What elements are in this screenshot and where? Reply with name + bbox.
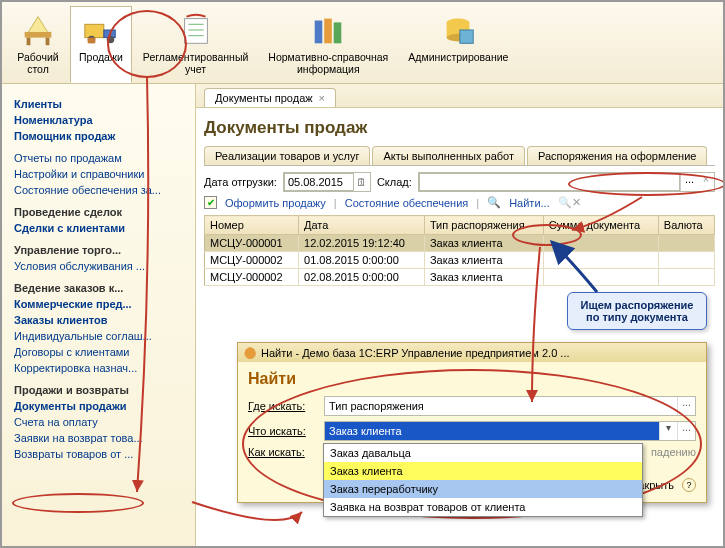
table-row[interactable]: МСЦУ-00000202.08.2015 0:00:00Заказ клиен… <box>205 269 715 286</box>
what-dropdown[interactable]: Заказ давальца Заказ клиента Заказ перер… <box>323 443 643 517</box>
navigation-sidebar: КлиентыНоменклатураПомощник продаж Отчет… <box>2 84 196 546</box>
col-type[interactable]: Тип распоряжения <box>424 216 543 235</box>
tab-documents[interactable]: Документы продаж × <box>204 88 336 107</box>
date-input[interactable]: 🗓 <box>283 172 371 192</box>
checkbox-order[interactable]: ✔ <box>204 196 217 209</box>
dialog-titlebar[interactable]: ⬤ Найти - Демо база 1C:ERP Управление пр… <box>238 343 706 362</box>
magnifier-icon: 🔍 <box>487 196 501 209</box>
calendar-icon[interactable]: 🗓 <box>354 176 370 188</box>
dropdown-option[interactable]: Заказ переработчику <box>324 480 642 498</box>
sidebar-item[interactable]: Помощник продаж <box>10 128 195 144</box>
clear-search-icon[interactable]: 🔍✕ <box>558 196 581 209</box>
col-date[interactable]: Дата <box>299 216 425 235</box>
svg-rect-18 <box>460 30 473 43</box>
sidebar-item[interactable]: Условия обслуживания ... <box>10 258 195 274</box>
actions-row: ✔ Оформить продажу | Состояние обеспечен… <box>204 196 715 209</box>
help-icon[interactable]: ? <box>682 478 696 492</box>
toolbar-label: Продажи <box>79 51 123 63</box>
toolbar-admin[interactable]: Администрирование <box>399 6 517 83</box>
action-state[interactable]: Состояние обеспечения <box>345 197 469 209</box>
documents-grid[interactable]: Номер Дата Тип распоряжения Сумма докуме… <box>204 215 715 286</box>
close-icon[interactable]: × <box>319 92 325 104</box>
what-field[interactable] <box>325 422 659 440</box>
itab-acts[interactable]: Акты выполненных работ <box>372 146 525 165</box>
where-label: Где искать: <box>248 400 318 412</box>
what-combo[interactable]: ▾ ... <box>324 421 696 441</box>
main-toolbar: Рабочийстол Продажи Регламентированныйуч… <box>2 2 723 84</box>
desk-icon <box>19 11 57 49</box>
action-order[interactable]: Оформить продажу <box>225 197 326 209</box>
toolbar-label: Администрирование <box>408 51 508 63</box>
toolbar-desktop[interactable]: Рабочийстол <box>8 6 68 83</box>
itab-orders[interactable]: Распоряжения на оформление <box>527 146 707 165</box>
sidebar-item[interactable]: Договоры с клиентами <box>10 344 195 360</box>
admin-icon <box>439 11 477 49</box>
toolbar-label: Нормативно-справочнаяинформация <box>268 51 388 75</box>
sidebar-item[interactable]: Заявки на возврат това... <box>10 430 195 446</box>
toolbar-sales[interactable]: Продажи <box>70 6 132 83</box>
lookup-icon[interactable]: ... <box>677 422 695 440</box>
action-find[interactable]: Найти... <box>509 197 550 209</box>
svg-rect-1 <box>27 38 31 46</box>
clear-icon[interactable]: × <box>698 173 714 191</box>
date-label: Дата отгрузки: <box>204 176 277 188</box>
sidebar-item[interactable]: Сделки с клиентами <box>10 220 195 236</box>
toolbar-label: Рабочийстол <box>17 51 58 75</box>
col-currency[interactable]: Валюта <box>658 216 714 235</box>
sidebar-item[interactable]: Заказы клиентов <box>10 312 195 328</box>
svg-rect-13 <box>325 19 333 44</box>
sidebar-group[interactable]: Продажи и возвраты <box>10 382 195 398</box>
svg-rect-3 <box>85 24 104 37</box>
sidebar-item[interactable]: Номенклатура <box>10 112 195 128</box>
dialog-title: Найти - Демо база 1C:ERP Управление пред… <box>261 347 570 359</box>
where-field[interactable] <box>325 397 677 415</box>
inner-tabs: Реализации товаров и услуг Акты выполнен… <box>204 146 715 166</box>
warehouse-field[interactable] <box>419 173 680 191</box>
what-label: Что искать: <box>248 425 318 437</box>
date-field[interactable] <box>284 173 354 191</box>
sidebar-item[interactable]: Отчеты по продажам <box>10 150 195 166</box>
warehouse-input[interactable]: ... × <box>418 172 715 192</box>
col-sum[interactable]: Сумма документа <box>543 216 658 235</box>
svg-rect-7 <box>88 38 96 44</box>
sidebar-item-documents[interactable]: Документы продажи <box>10 398 195 414</box>
toolbar-accounting[interactable]: Регламентированныйучет <box>134 6 257 83</box>
lookup-icon[interactable]: ... <box>677 397 695 415</box>
col-number[interactable]: Номер <box>205 216 299 235</box>
dropdown-option[interactable]: Заявка на возврат товаров от клиента <box>324 498 642 516</box>
books-icon <box>309 11 347 49</box>
table-row[interactable]: МСЦУ-00000112.02.2015 19:12:40Заказ клие… <box>205 235 715 252</box>
page-title: Документы продаж <box>204 118 715 138</box>
how-tail: падению <box>651 446 696 458</box>
svg-rect-2 <box>46 38 50 46</box>
sidebar-item[interactable]: Клиенты <box>10 96 195 112</box>
sidebar-item[interactable]: Счета на оплату <box>10 414 195 430</box>
app-icon: ⬤ <box>244 346 256 359</box>
lookup-icon[interactable]: ... <box>680 173 698 191</box>
annotation-callout: Ищем распоряжение по типу документа <box>567 292 707 330</box>
sidebar-item[interactable]: Настройки и справочники <box>10 166 195 182</box>
sidebar-item[interactable]: Коммерческие пред... <box>10 296 195 312</box>
sidebar-group[interactable]: Ведение заказов к... <box>10 280 195 296</box>
warehouse-label: Склад: <box>377 176 412 188</box>
sidebar-group[interactable]: Управление торго... <box>10 242 195 258</box>
truck-icon <box>82 11 120 49</box>
dropdown-option[interactable]: Заказ клиента <box>324 462 642 480</box>
svg-rect-0 <box>25 32 52 38</box>
where-combo[interactable]: ... <box>324 396 696 416</box>
itab-realizations[interactable]: Реализации товаров и услуг <box>204 146 370 165</box>
sidebar-item[interactable]: Индивидуальные соглаш... <box>10 328 195 344</box>
sidebar-item[interactable]: Состояние обеспечения за... <box>10 182 195 198</box>
sidebar-item[interactable]: Возвраты товаров от ... <box>10 446 195 462</box>
dialog-heading: Найти <box>248 370 696 388</box>
dropdown-icon[interactable]: ▾ <box>659 422 677 440</box>
filter-row: Дата отгрузки: 🗓 Склад: ... × <box>204 172 715 192</box>
table-row[interactable]: МСЦУ-00000201.08.2015 0:00:00Заказ клиен… <box>205 252 715 269</box>
toolbar-label: Регламентированныйучет <box>143 51 248 75</box>
svg-rect-14 <box>334 22 342 43</box>
dropdown-option[interactable]: Заказ давальца <box>324 444 642 462</box>
toolbar-reference[interactable]: Нормативно-справочнаяинформация <box>259 6 397 83</box>
sidebar-group[interactable]: Проведение сделок <box>10 204 195 220</box>
sidebar-item[interactable]: Корректировка назнач... <box>10 360 195 376</box>
svg-rect-12 <box>315 21 323 44</box>
